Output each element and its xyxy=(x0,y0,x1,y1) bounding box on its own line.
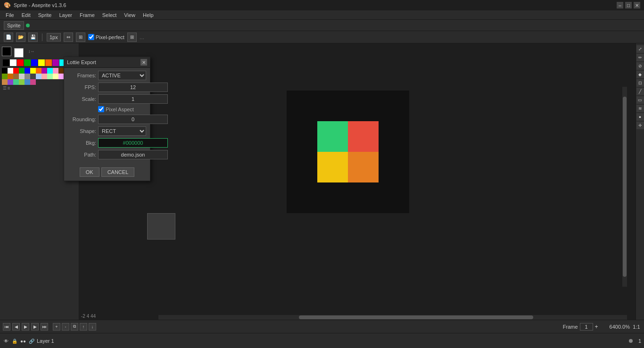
palette-grid-color-30[interactable] xyxy=(25,79,30,85)
rect-tool-right[interactable]: ▭ xyxy=(636,96,644,104)
rounding-input[interactable] xyxy=(98,115,168,124)
eyedrop-tool-right[interactable]: ⊡ xyxy=(636,79,644,87)
shape-select[interactable]: RECT xyxy=(98,126,146,136)
palette-grid-color-2[interactable] xyxy=(13,68,19,74)
palette-color-4[interactable] xyxy=(31,59,38,66)
palette-grid-color-7[interactable] xyxy=(41,68,47,74)
close-button[interactable]: ✕ xyxy=(634,2,640,8)
palette-grid-color-22[interactable] xyxy=(53,74,58,79)
palette-color-6[interactable] xyxy=(45,59,52,66)
pixel-aspect-checkbox[interactable] xyxy=(98,106,104,112)
menu-item-layer[interactable]: Layer xyxy=(55,11,76,19)
palette-grid-color-16[interactable] xyxy=(19,74,25,79)
palette-grid-color-9[interactable] xyxy=(53,68,58,74)
play-button[interactable]: ▶ xyxy=(22,323,29,331)
palette-grid-color-4[interactable] xyxy=(25,68,30,74)
brush-size-label[interactable]: 1px xyxy=(47,33,61,41)
palette-grid-color-29[interactable] xyxy=(19,79,25,85)
resize-tool[interactable]: ⤢ xyxy=(636,45,644,53)
vertical-scrollbar[interactable] xyxy=(622,87,627,287)
add-layer-button[interactable]: + xyxy=(53,323,60,331)
menu-item-edit[interactable]: Edit xyxy=(18,11,34,19)
palette-color-0[interactable] xyxy=(3,59,9,66)
cancel-button[interactable]: CANCEL xyxy=(101,167,135,177)
pencil-tool-right[interactable]: ✏ xyxy=(636,54,644,61)
palette-grid-color-1[interactable] xyxy=(8,68,13,74)
menu-item-help[interactable]: Help xyxy=(139,11,157,19)
palette-grid-color-27[interactable] xyxy=(8,79,13,85)
palette-menu-icon[interactable]: ☰ xyxy=(3,86,7,91)
layer-visibility-icon[interactable]: 👁 xyxy=(3,338,9,344)
menu-item-sprite[interactable]: Sprite xyxy=(34,11,56,19)
remove-layer-button[interactable]: - xyxy=(62,323,69,331)
fill-tool-right[interactable]: ◆ xyxy=(636,71,644,78)
palette-grid-color-5[interactable] xyxy=(30,68,36,74)
dialog-close-button[interactable]: ✕ xyxy=(140,59,147,66)
first-frame-button[interactable]: ⏮ xyxy=(3,323,10,331)
menu-item-view[interactable]: View xyxy=(120,11,139,19)
frame-count-label: 1 xyxy=(638,338,641,344)
fps-input[interactable] xyxy=(98,83,168,92)
palette-grid-color-8[interactable] xyxy=(47,68,53,74)
scale-input[interactable] xyxy=(98,94,168,104)
palette-grid-color-19[interactable] xyxy=(36,74,41,79)
foreground-color[interactable] xyxy=(2,47,11,56)
frame-number-input[interactable] xyxy=(580,323,593,331)
pixel-perfect-check[interactable]: Pixel-perfect xyxy=(88,34,124,40)
layer-linked-icon[interactable]: 🔗 xyxy=(28,338,35,344)
duplicate-layer-button[interactable]: ⧉ xyxy=(71,323,78,331)
palette-grid-color-14[interactable] xyxy=(8,74,13,79)
palette-grid-color-20[interactable] xyxy=(41,74,47,79)
prev-frame-button[interactable]: ◀ xyxy=(12,323,20,331)
palette-color-2[interactable] xyxy=(17,59,24,66)
new-file-button[interactable]: 📄 xyxy=(4,33,13,42)
symmetry-button[interactable]: ⇔ xyxy=(64,33,73,42)
palette-grid-color-21[interactable] xyxy=(47,74,53,79)
line-tool-right[interactable]: ╱ xyxy=(636,88,644,95)
move-tool-right[interactable]: ✛ xyxy=(636,122,644,129)
menu-item-select[interactable]: Select xyxy=(99,11,121,19)
open-file-button[interactable]: 📂 xyxy=(16,33,25,42)
palette-grid-color-13[interactable] xyxy=(2,74,8,79)
palette-grid-color-6[interactable] xyxy=(36,68,41,74)
palette-color-3[interactable] xyxy=(24,59,31,66)
palette-grid-color-0[interactable] xyxy=(2,68,8,74)
vertical-scrollbar-thumb[interactable] xyxy=(623,97,627,277)
palette-grid-color-31[interactable] xyxy=(30,79,36,85)
palette-grid-color-15[interactable] xyxy=(13,74,19,79)
window-controls[interactable]: – □ ✕ xyxy=(617,2,640,8)
layer-lock-icon[interactable]: 🔒 xyxy=(11,338,18,344)
palette-grid-color-28[interactable] xyxy=(13,79,19,85)
snap-button[interactable]: ⊞ xyxy=(127,33,137,42)
grid-button[interactable]: ⊞ xyxy=(76,33,85,42)
frames-select[interactable]: ACTIVE xyxy=(98,71,146,80)
move-down-layer-button[interactable]: ↓ xyxy=(89,323,96,331)
palette-grid-color-17[interactable] xyxy=(25,74,30,79)
add-frame-button[interactable]: + xyxy=(595,323,598,330)
horizontal-scrollbar-thumb[interactable] xyxy=(299,315,533,319)
path-input[interactable] xyxy=(98,150,168,159)
palette-color-1[interactable] xyxy=(10,59,17,66)
palette-grid-color-18[interactable] xyxy=(30,74,36,79)
blur-tool-right[interactable]: ● xyxy=(636,113,644,121)
last-frame-button[interactable]: ⏭ xyxy=(41,323,48,331)
minimize-button[interactable]: – xyxy=(617,2,623,8)
palette-color-5[interactable] xyxy=(38,59,45,66)
palette-grid-color-26[interactable] xyxy=(2,79,8,85)
menu-item-frame[interactable]: Frame xyxy=(76,11,99,19)
move-up-layer-button[interactable]: ↑ xyxy=(80,323,87,331)
maximize-button[interactable]: □ xyxy=(625,2,632,8)
save-file-button[interactable]: 💾 xyxy=(28,33,38,42)
palette-grid-color-3[interactable] xyxy=(19,68,25,74)
contour-tool-right[interactable]: ≋ xyxy=(636,105,644,112)
pixel-perfect-checkbox[interactable] xyxy=(88,34,94,40)
bkg-input[interactable] xyxy=(98,138,168,148)
layer-cel-icon[interactable]: ●● xyxy=(20,338,26,344)
eraser-tool-right[interactable]: ⊘ xyxy=(636,62,644,70)
horizontal-scrollbar[interactable] xyxy=(158,315,627,320)
next-frame-button[interactable]: ▶ xyxy=(31,323,39,331)
background-color[interactable] xyxy=(14,48,24,58)
ok-button[interactable]: OK xyxy=(80,167,99,177)
palette-color-7[interactable] xyxy=(52,59,59,66)
menu-item-file[interactable]: File xyxy=(2,11,18,19)
